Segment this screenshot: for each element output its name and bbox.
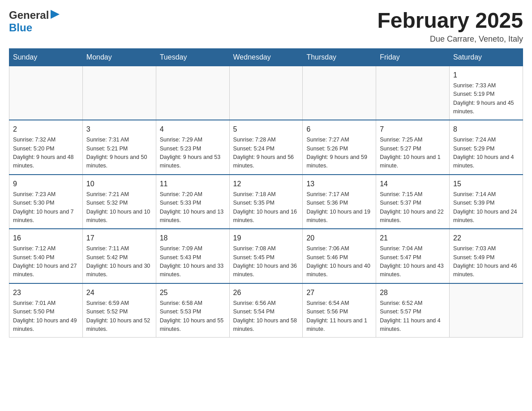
logo-arrow-icon [51, 10, 60, 21]
calendar-cell: 11Sunrise: 7:20 AMSunset: 5:33 PMDayligh… [156, 175, 229, 229]
day-number: 5 [233, 124, 299, 135]
day-number: 19 [233, 233, 299, 244]
logo-general-text: General [9, 9, 49, 21]
calendar-table: Sunday Monday Tuesday Wednesday Thursday… [9, 48, 523, 338]
calendar-cell: 7Sunrise: 7:25 AMSunset: 5:27 PMDaylight… [376, 120, 450, 175]
calendar-cell: 16Sunrise: 7:12 AMSunset: 5:40 PMDayligh… [9, 229, 83, 283]
day-number: 22 [453, 233, 519, 244]
calendar-cell [303, 66, 376, 120]
day-info: Sunrise: 7:03 AMSunset: 5:49 PMDaylight:… [453, 244, 519, 279]
day-number: 15 [453, 179, 519, 189]
calendar-cell: 15Sunrise: 7:14 AMSunset: 5:39 PMDayligh… [450, 175, 523, 229]
day-number: 14 [380, 179, 446, 189]
col-saturday: Saturday [450, 48, 523, 66]
day-number: 11 [160, 179, 226, 189]
day-number: 7 [380, 124, 446, 135]
col-tuesday: Tuesday [156, 48, 229, 66]
calendar-cell [156, 66, 229, 120]
logo: General Blue [9, 9, 60, 34]
col-friday: Friday [376, 48, 450, 66]
calendar-cell: 13Sunrise: 7:17 AMSunset: 5:36 PMDayligh… [303, 175, 376, 229]
calendar-cell: 17Sunrise: 7:11 AMSunset: 5:42 PMDayligh… [82, 229, 156, 283]
calendar-week-row-5: 23Sunrise: 7:01 AMSunset: 5:50 PMDayligh… [9, 283, 523, 338]
day-info: Sunrise: 7:14 AMSunset: 5:39 PMDaylight:… [453, 190, 519, 225]
day-info: Sunrise: 6:54 AMSunset: 5:56 PMDaylight:… [306, 299, 372, 334]
day-number: 10 [86, 179, 152, 189]
calendar-cell [9, 66, 83, 120]
calendar-cell: 14Sunrise: 7:15 AMSunset: 5:37 PMDayligh… [376, 175, 450, 229]
day-info: Sunrise: 6:59 AMSunset: 5:52 PMDaylight:… [86, 299, 152, 334]
calendar-cell: 25Sunrise: 6:58 AMSunset: 5:53 PMDayligh… [156, 283, 229, 338]
day-number: 9 [13, 179, 79, 189]
calendar-cell: 2Sunrise: 7:32 AMSunset: 5:20 PMDaylight… [9, 120, 83, 175]
calendar-cell: 27Sunrise: 6:54 AMSunset: 5:56 PMDayligh… [303, 283, 376, 338]
day-info: Sunrise: 7:25 AMSunset: 5:27 PMDaylight:… [380, 136, 446, 171]
svg-marker-0 [51, 10, 60, 19]
calendar-cell: 10Sunrise: 7:21 AMSunset: 5:32 PMDayligh… [82, 175, 156, 229]
month-title: February 2025 [377, 9, 523, 33]
day-info: Sunrise: 7:12 AMSunset: 5:40 PMDaylight:… [13, 244, 79, 279]
day-info: Sunrise: 7:17 AMSunset: 5:36 PMDaylight:… [306, 190, 372, 225]
calendar-cell: 26Sunrise: 6:56 AMSunset: 5:54 PMDayligh… [229, 283, 303, 338]
day-info: Sunrise: 7:06 AMSunset: 5:46 PMDaylight:… [306, 244, 372, 279]
day-number: 25 [160, 287, 226, 298]
day-number: 16 [13, 233, 79, 244]
day-info: Sunrise: 7:20 AMSunset: 5:33 PMDaylight:… [160, 190, 226, 225]
day-info: Sunrise: 7:09 AMSunset: 5:43 PMDaylight:… [160, 244, 226, 279]
day-number: 12 [233, 179, 299, 189]
day-info: Sunrise: 7:11 AMSunset: 5:42 PMDaylight:… [86, 244, 152, 279]
day-number: 8 [453, 124, 519, 135]
calendar-cell: 19Sunrise: 7:08 AMSunset: 5:45 PMDayligh… [229, 229, 303, 283]
calendar-cell: 3Sunrise: 7:31 AMSunset: 5:21 PMDaylight… [82, 120, 156, 175]
day-info: Sunrise: 7:04 AMSunset: 5:47 PMDaylight:… [380, 244, 446, 279]
day-info: Sunrise: 7:29 AMSunset: 5:23 PMDaylight:… [160, 136, 226, 171]
day-info: Sunrise: 7:18 AMSunset: 5:35 PMDaylight:… [233, 190, 299, 225]
calendar-cell: 18Sunrise: 7:09 AMSunset: 5:43 PMDayligh… [156, 229, 229, 283]
calendar-cell: 20Sunrise: 7:06 AMSunset: 5:46 PMDayligh… [303, 229, 376, 283]
col-thursday: Thursday [303, 48, 376, 66]
day-info: Sunrise: 7:28 AMSunset: 5:24 PMDaylight:… [233, 136, 299, 171]
day-number: 17 [86, 233, 152, 244]
day-info: Sunrise: 7:31 AMSunset: 5:21 PMDaylight:… [86, 136, 152, 171]
calendar-cell: 12Sunrise: 7:18 AMSunset: 5:35 PMDayligh… [229, 175, 303, 229]
logo-blue-text: Blue [9, 21, 32, 34]
day-number: 21 [380, 233, 446, 244]
day-info: Sunrise: 6:52 AMSunset: 5:57 PMDaylight:… [380, 299, 446, 334]
calendar-cell: 4Sunrise: 7:29 AMSunset: 5:23 PMDaylight… [156, 120, 229, 175]
calendar-cell [376, 66, 450, 120]
day-number: 26 [233, 287, 299, 298]
day-number: 28 [380, 287, 446, 298]
day-number: 3 [86, 124, 152, 135]
day-info: Sunrise: 7:08 AMSunset: 5:45 PMDaylight:… [233, 244, 299, 279]
col-sunday: Sunday [9, 48, 83, 66]
page-header: General Blue February 2025 Due Carrare, … [9, 9, 523, 44]
day-number: 23 [13, 287, 79, 298]
calendar-cell [229, 66, 303, 120]
day-info: Sunrise: 7:27 AMSunset: 5:26 PMDaylight:… [306, 136, 372, 171]
day-info: Sunrise: 7:01 AMSunset: 5:50 PMDaylight:… [13, 299, 79, 334]
calendar-cell: 1Sunrise: 7:33 AMSunset: 5:19 PMDaylight… [450, 66, 523, 120]
calendar-cell: 22Sunrise: 7:03 AMSunset: 5:49 PMDayligh… [450, 229, 523, 283]
day-number: 20 [306, 233, 372, 244]
day-info: Sunrise: 7:32 AMSunset: 5:20 PMDaylight:… [13, 136, 79, 171]
day-number: 2 [13, 124, 79, 135]
calendar-cell: 5Sunrise: 7:28 AMSunset: 5:24 PMDaylight… [229, 120, 303, 175]
calendar-header-row: Sunday Monday Tuesday Wednesday Thursday… [9, 48, 523, 66]
day-info: Sunrise: 7:24 AMSunset: 5:29 PMDaylight:… [453, 136, 519, 171]
day-info: Sunrise: 7:33 AMSunset: 5:19 PMDaylight:… [453, 81, 519, 116]
day-info: Sunrise: 7:15 AMSunset: 5:37 PMDaylight:… [380, 190, 446, 225]
calendar-cell [450, 283, 523, 338]
calendar-cell: 24Sunrise: 6:59 AMSunset: 5:52 PMDayligh… [82, 283, 156, 338]
title-section: February 2025 Due Carrare, Veneto, Italy [377, 9, 523, 44]
calendar-week-row-2: 2Sunrise: 7:32 AMSunset: 5:20 PMDaylight… [9, 120, 523, 175]
calendar-cell: 6Sunrise: 7:27 AMSunset: 5:26 PMDaylight… [303, 120, 376, 175]
calendar-week-row-3: 9Sunrise: 7:23 AMSunset: 5:30 PMDaylight… [9, 175, 523, 229]
calendar-cell: 9Sunrise: 7:23 AMSunset: 5:30 PMDaylight… [9, 175, 83, 229]
day-info: Sunrise: 6:58 AMSunset: 5:53 PMDaylight:… [160, 299, 226, 334]
day-number: 13 [306, 179, 372, 189]
day-number: 18 [160, 233, 226, 244]
calendar-cell: 8Sunrise: 7:24 AMSunset: 5:29 PMDaylight… [450, 120, 523, 175]
calendar-cell: 21Sunrise: 7:04 AMSunset: 5:47 PMDayligh… [376, 229, 450, 283]
day-info: Sunrise: 7:21 AMSunset: 5:32 PMDaylight:… [86, 190, 152, 225]
calendar-cell: 23Sunrise: 7:01 AMSunset: 5:50 PMDayligh… [9, 283, 83, 338]
